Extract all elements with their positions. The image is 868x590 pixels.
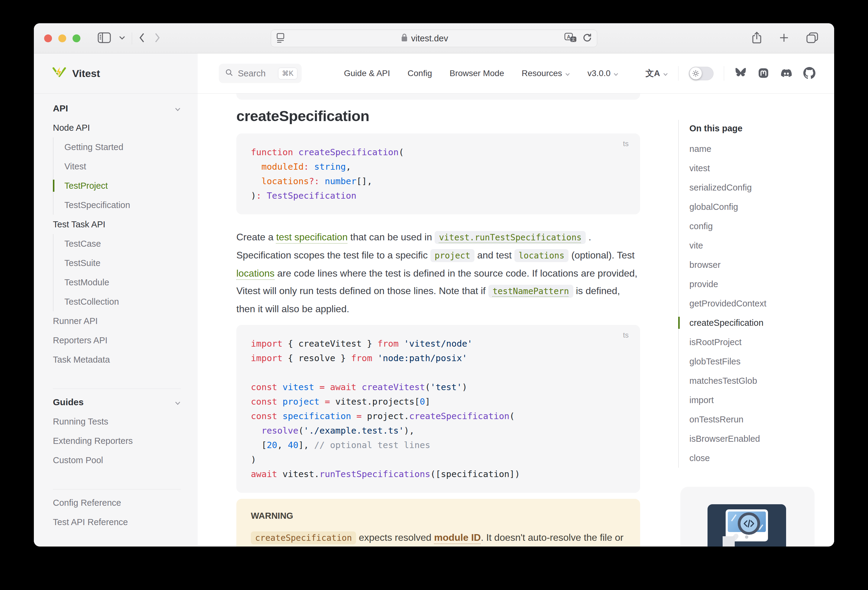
share-icon bbox=[751, 31, 762, 45]
code-line: ): TestSpecification bbox=[251, 188, 626, 203]
nav-dropdown-resources[interactable]: Resources bbox=[522, 69, 570, 78]
theme-toggle[interactable] bbox=[689, 67, 714, 80]
nav-link-guide-api[interactable]: Guide & API bbox=[344, 69, 390, 78]
chevron-down-icon bbox=[175, 397, 181, 407]
outline-item-browser[interactable]: browser bbox=[689, 255, 820, 274]
sidebar-item-testsuite[interactable]: TestSuite bbox=[64, 253, 181, 273]
sidebar-item-reporters-api[interactable]: Reporters API bbox=[53, 331, 181, 350]
zoom-window-button[interactable] bbox=[72, 34, 80, 42]
outline-item-import[interactable]: import bbox=[689, 390, 820, 410]
sidebar-item-extending-reporters[interactable]: Extending Reporters bbox=[53, 431, 181, 450]
nav-dropdown-version[interactable]: v3.0.0 bbox=[588, 69, 619, 78]
sidebar-menu-chevron[interactable] bbox=[115, 35, 129, 41]
minimize-window-button[interactable] bbox=[58, 34, 66, 42]
outline-item-createspecification[interactable]: createSpecification bbox=[689, 313, 820, 333]
outline-item-ontestsrerun[interactable]: onTestsRerun bbox=[689, 410, 820, 429]
vitest-logo-icon bbox=[52, 65, 66, 82]
outline-item-close[interactable]: close bbox=[689, 449, 820, 468]
previous-code-block-edge bbox=[236, 94, 640, 100]
tab-overview-button[interactable] bbox=[802, 32, 823, 44]
warning-body: createSpecification expects resolved mod… bbox=[251, 529, 626, 546]
bluesky-link[interactable] bbox=[734, 67, 747, 80]
sidebar-item-vitest[interactable]: Vitest bbox=[64, 157, 181, 176]
outline-item-vitest[interactable]: vitest bbox=[689, 159, 820, 178]
outline-title: On this page bbox=[689, 120, 820, 137]
svg-text:文: 文 bbox=[571, 37, 576, 42]
mastodon-link[interactable] bbox=[757, 67, 769, 80]
sidebar-item-testmodule[interactable]: TestModule bbox=[64, 273, 181, 292]
outline-item-getprovidedcontext[interactable]: getProvidedContext bbox=[689, 294, 820, 313]
sidebar-toggle-button[interactable] bbox=[94, 32, 115, 44]
code-language-label: ts bbox=[623, 140, 629, 148]
outline-item-matchestestglob[interactable]: matchesTestGlob bbox=[689, 371, 820, 390]
new-tab-button[interactable] bbox=[775, 32, 793, 44]
code-search-illustration-icon bbox=[707, 504, 786, 546]
vitest-logo[interactable]: Vitest bbox=[34, 53, 198, 94]
doc-link-test-specification[interactable]: test specification bbox=[276, 232, 348, 243]
sidebar-item-testproject[interactable]: TestProject bbox=[64, 176, 181, 195]
outline-item-vite[interactable]: vite bbox=[689, 236, 820, 255]
outline-item-isbrowserenabled[interactable]: isBrowserEnabled bbox=[689, 429, 820, 449]
tabs-icon bbox=[806, 32, 819, 44]
outline-item-config[interactable]: config bbox=[689, 216, 820, 236]
sidebar-divider bbox=[53, 388, 181, 389]
forward-button[interactable] bbox=[150, 32, 165, 45]
sidebar-item-task-metadata[interactable]: Task Metadata bbox=[53, 350, 181, 369]
sidebar-item-custom-pool[interactable]: Custom Pool bbox=[53, 450, 181, 470]
nav-link-config[interactable]: Config bbox=[408, 69, 432, 78]
doc-link-module-id[interactable]: module ID bbox=[434, 532, 481, 543]
sidebar-item-config-reference[interactable]: Config Reference bbox=[53, 493, 181, 512]
sidebar-item-testspecification[interactable]: TestSpecification bbox=[64, 195, 181, 215]
code-line: const project = vitest.projects[0] bbox=[251, 394, 626, 409]
outline-item-name[interactable]: name bbox=[689, 139, 820, 159]
navbar-right-group: 文A bbox=[645, 66, 815, 81]
sidebar-item-running-tests[interactable]: Running Tests bbox=[53, 412, 181, 431]
inline-code-locations: locations bbox=[514, 249, 569, 262]
outline-item-serializedconfig[interactable]: serializedConfig bbox=[689, 178, 820, 197]
navbar-divider bbox=[678, 66, 679, 81]
search-button[interactable]: Search ⌘K bbox=[219, 64, 302, 83]
outline-item-provide[interactable]: provide bbox=[689, 274, 820, 294]
inline-code-project: project bbox=[430, 249, 474, 262]
sidebar-item-testcollection[interactable]: TestCollection bbox=[64, 292, 181, 311]
toolbar-divider bbox=[132, 32, 132, 44]
vitest-logo-text: Vitest bbox=[72, 68, 100, 79]
back-button[interactable] bbox=[134, 32, 150, 45]
outline-item-globalconfig[interactable]: globalConfig bbox=[689, 197, 820, 216]
address-bar[interactable]: vitest.dev A文 bbox=[271, 29, 597, 47]
code-line bbox=[251, 365, 626, 380]
translate-icon[interactable]: A文 bbox=[564, 32, 577, 45]
chevron-down-icon bbox=[119, 35, 125, 41]
chevron-down-icon bbox=[614, 69, 619, 78]
close-window-button[interactable] bbox=[44, 34, 52, 42]
code-line: function createSpecification( bbox=[251, 145, 626, 159]
chevron-right-icon bbox=[154, 32, 161, 45]
discord-link[interactable] bbox=[780, 68, 793, 79]
nav-link-browser-mode[interactable]: Browser Mode bbox=[449, 69, 504, 78]
sidebar-divider bbox=[53, 489, 181, 490]
sidebar-subgroup: Getting StartedVitestTestProjectTestSpec… bbox=[53, 137, 181, 215]
github-link[interactable] bbox=[803, 67, 815, 80]
doc-link-locations[interactable]: locations bbox=[236, 268, 275, 279]
sponsor-card[interactable] bbox=[680, 487, 815, 546]
search-shortcut-kbd: ⌘K bbox=[278, 68, 297, 79]
reader-icon[interactable] bbox=[276, 32, 285, 45]
sidebar-section-guides[interactable]: Guides bbox=[53, 393, 181, 412]
inline-code-link-vitest-runtestspecifications[interactable]: vitest.runTestSpecifications bbox=[435, 231, 586, 244]
sidebar-item-runner-api[interactable]: Runner API bbox=[53, 311, 181, 331]
outline-item-globtestfiles[interactable]: globTestFiles bbox=[689, 352, 820, 371]
language-switcher[interactable]: 文A bbox=[645, 68, 668, 79]
reload-icon[interactable] bbox=[582, 32, 592, 44]
browser-titlebar: vitest.dev A文 bbox=[34, 23, 834, 53]
sidebar-section-api[interactable]: API bbox=[53, 99, 181, 118]
outline-item-isrootproject[interactable]: isRootProject bbox=[689, 333, 820, 352]
sidebar-item-test-api-reference[interactable]: Test API Reference bbox=[53, 512, 181, 532]
sidebar-toggle-icon bbox=[97, 32, 111, 44]
doc-paragraph: Create a test specification that can be … bbox=[236, 228, 640, 318]
sidebar-item-getting-started[interactable]: Getting Started bbox=[64, 137, 181, 157]
chevron-left-icon bbox=[139, 32, 146, 45]
inline-code-link-testnamepattern[interactable]: testNamePattern bbox=[489, 285, 573, 298]
share-button[interactable] bbox=[748, 31, 766, 45]
sidebar-item-testcase[interactable]: TestCase bbox=[64, 234, 181, 253]
code-line: const vitest = await createVitest('test'… bbox=[251, 380, 626, 394]
